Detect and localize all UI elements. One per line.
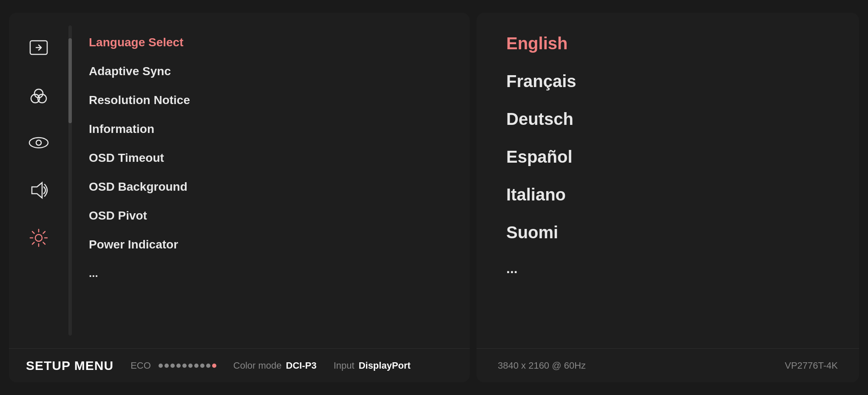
svg-point-7 bbox=[35, 234, 42, 241]
sidebar bbox=[9, 13, 68, 348]
color-mode-label: Color mode bbox=[233, 360, 282, 371]
menu-item-resolution-notice[interactable]: Resolution Notice bbox=[85, 87, 457, 113]
language-item-german[interactable]: Deutsch bbox=[502, 101, 834, 137]
sidebar-item-view[interactable] bbox=[25, 129, 52, 156]
scrollbar-thumb bbox=[68, 38, 72, 123]
menu-item-osd-timeout[interactable]: OSD Timeout bbox=[85, 145, 457, 171]
eco-label: ECO bbox=[130, 360, 151, 371]
input-value: DisplayPort bbox=[359, 360, 411, 371]
menu-item-adaptive-sync[interactable]: Adaptive Sync bbox=[85, 59, 457, 84]
language-list: English Français Deutsch Español Italian… bbox=[477, 13, 859, 348]
menu-item-language-select[interactable]: Language Select bbox=[85, 30, 457, 55]
input-status: Input DisplayPort bbox=[334, 360, 411, 371]
menu-item-osd-pivot[interactable]: OSD Pivot bbox=[85, 203, 457, 229]
color-mode-value: DCI-P3 bbox=[286, 360, 317, 371]
language-item-french[interactable]: Français bbox=[502, 63, 834, 99]
eco-dot-3 bbox=[170, 364, 175, 368]
sidebar-item-audio[interactable] bbox=[25, 177, 52, 204]
eco-dot-5 bbox=[182, 364, 187, 368]
menu-item-more[interactable]: ... bbox=[85, 261, 457, 286]
eco-dots bbox=[159, 364, 216, 368]
svg-point-5 bbox=[36, 140, 41, 145]
right-status-bar: 3840 x 2160 @ 60Hz VP2776T-4K bbox=[477, 348, 859, 382]
menu-item-power-indicator[interactable]: Power Indicator bbox=[85, 232, 457, 257]
language-item-italian[interactable]: Italiano bbox=[502, 177, 834, 213]
sidebar-item-input[interactable] bbox=[25, 34, 52, 61]
eco-dot-8 bbox=[200, 364, 204, 368]
input-label: Input bbox=[334, 360, 355, 371]
svg-marker-6 bbox=[32, 183, 42, 198]
menu-item-information[interactable]: Information bbox=[85, 116, 457, 142]
status-bar: SETUP MENU ECO Color mode bbox=[9, 348, 470, 382]
resolution-text: 3840 x 2160 @ 60Hz bbox=[498, 360, 586, 371]
screen-container: Language Select Adaptive Sync Resolution… bbox=[9, 13, 859, 382]
right-panel: English Français Deutsch Español Italian… bbox=[477, 13, 859, 382]
sidebar-item-color[interactable] bbox=[25, 82, 52, 109]
eco-dot-4 bbox=[176, 364, 181, 368]
eco-dot-2 bbox=[165, 364, 169, 368]
left-panel: Language Select Adaptive Sync Resolution… bbox=[9, 13, 470, 382]
language-item-spanish[interactable]: Español bbox=[502, 139, 834, 175]
eco-status: ECO bbox=[130, 360, 216, 371]
menu-list: Language Select Adaptive Sync Resolution… bbox=[72, 13, 470, 348]
eco-dot-10 bbox=[212, 364, 216, 368]
language-item-finnish[interactable]: Suomi bbox=[502, 214, 834, 251]
menu-item-osd-background[interactable]: OSD Background bbox=[85, 174, 457, 200]
eco-dot-1 bbox=[159, 364, 163, 368]
left-panel-content: Language Select Adaptive Sync Resolution… bbox=[9, 13, 470, 348]
color-mode-status: Color mode DCI-P3 bbox=[233, 360, 317, 371]
language-item-english[interactable]: English bbox=[502, 25, 834, 62]
svg-point-4 bbox=[29, 138, 48, 148]
scrollbar-track[interactable] bbox=[68, 25, 72, 336]
eco-dot-9 bbox=[206, 364, 210, 368]
setup-menu-title: SETUP MENU bbox=[26, 358, 113, 373]
language-item-more[interactable]: ... bbox=[502, 252, 834, 285]
eco-dot-7 bbox=[194, 364, 199, 368]
model-text: VP2776T-4K bbox=[785, 360, 838, 371]
eco-dot-6 bbox=[188, 364, 193, 368]
sidebar-item-setup[interactable] bbox=[25, 224, 52, 251]
